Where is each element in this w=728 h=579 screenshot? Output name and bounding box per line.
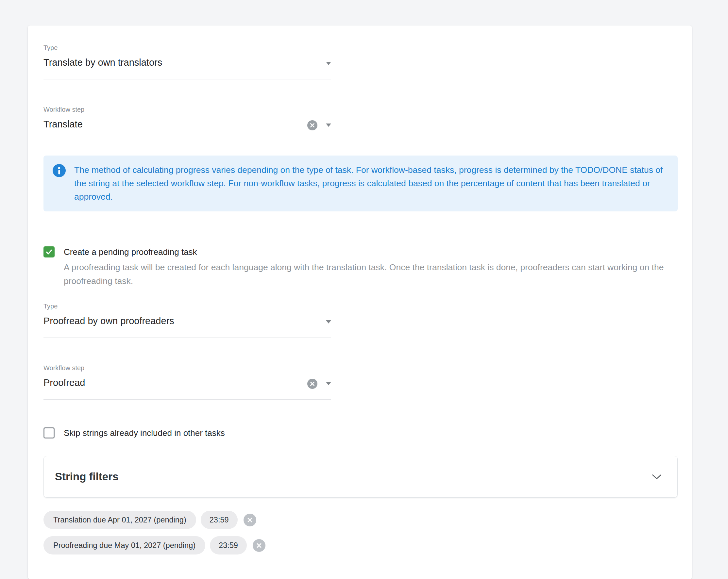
string-filters-section[interactable]: String filters [44,456,678,498]
progress-info-text: The method of calculating progress varie… [74,163,665,203]
skip-strings-label: Skip strings already included in other t… [64,427,225,439]
caret-down-icon[interactable] [326,382,331,385]
chevron-down-icon[interactable] [652,474,661,480]
translation-workflow-step-value: Translate [44,119,331,130]
proofreading-description: A proofreading task will be created for … [64,260,678,288]
proofreading-option: Create a pending proofreading task A pro… [44,246,678,288]
clear-workflow-step-icon[interactable] [307,120,317,130]
caret-down-icon[interactable] [326,123,331,127]
translation-workflow-step-label: Workflow step [44,106,331,113]
proofreading-option-head: Create a pending proofreading task [44,246,678,258]
skip-strings-checkbox[interactable] [44,428,55,439]
string-filters-title: String filters [55,470,118,483]
proofreading-workflow-step-label: Workflow step [44,364,331,372]
proofreading-type-field[interactable]: Type Proofread by own proofreaders [44,302,331,338]
translation-type-controls [326,57,331,70]
due-date-chips: Translation due Apr 01, 2027 (pending) 2… [44,511,678,554]
task-form-card: Type Translate by own translators Workfl… [28,26,692,579]
proofreading-type-label: Type [44,302,331,310]
remove-translation-due-icon[interactable] [243,514,256,526]
proofreading-due-time-chip[interactable]: 23:59 [210,536,247,554]
proofreading-due-row: Proofreading due May 01, 2027 (pending) … [44,536,678,554]
create-proofreading-label: Create a pending proofreading task [64,246,197,258]
proofreading-workflow-step-value: Proofread [44,377,331,388]
translation-due-row: Translation due Apr 01, 2027 (pending) 2… [44,511,678,529]
proofreading-type-value: Proofread by own proofreaders [44,315,331,326]
task-form-content: Type Translate by own translators Workfl… [28,26,692,554]
caret-down-icon[interactable] [326,320,331,324]
translation-type-field[interactable]: Type Translate by own translators [44,44,331,79]
proofreading-workflow-step-controls [307,377,331,390]
proofreading-workflow-step-field[interactable]: Workflow step Proofread [44,364,331,399]
create-proofreading-checkbox[interactable] [44,246,55,257]
progress-info-alert: The method of calculating progress varie… [44,156,678,212]
remove-proofreading-due-icon[interactable] [253,539,265,552]
translation-type-value: Translate by own translators [44,57,331,68]
translation-workflow-step-controls [307,119,331,132]
proofreading-due-chip[interactable]: Proofreading due May 01, 2027 (pending) [44,536,205,554]
translation-type-label: Type [44,44,331,52]
proofreading-type-controls [326,315,331,328]
clear-workflow-step-icon[interactable] [307,379,317,389]
translation-due-chip[interactable]: Translation due Apr 01, 2027 (pending) [44,511,196,529]
skip-strings-option: Skip strings already included in other t… [44,427,678,439]
translation-workflow-step-field[interactable]: Workflow step Translate [44,106,331,141]
info-icon [53,164,66,177]
skip-strings-option-head: Skip strings already included in other t… [44,427,678,439]
translation-due-time-chip[interactable]: 23:59 [201,511,238,529]
caret-down-icon[interactable] [326,62,331,65]
